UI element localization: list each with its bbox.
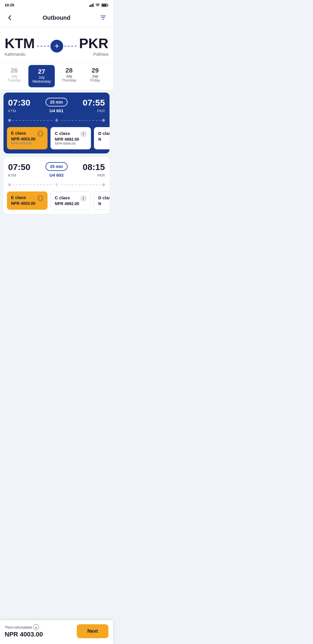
date-tab-2-day: 28 — [59, 67, 79, 74]
expand-button[interactable]: ▲ — [33, 624, 39, 630]
fare-c-0-name: C class — [55, 131, 79, 136]
filter-button[interactable] — [98, 12, 108, 23]
dot-left-0 — [8, 119, 11, 122]
date-tab-1[interactable]: 27 July Wednesday — [28, 65, 55, 87]
svg-rect-1 — [90, 5, 91, 7]
fare-d-1-name: D class — [98, 195, 110, 200]
svg-rect-0 — [89, 5, 90, 7]
date-tab-0-month: July — [4, 74, 24, 78]
date-tab-2-month: July — [59, 74, 79, 78]
next-button[interactable]: Next — [77, 624, 108, 638]
line-1 — [12, 184, 52, 185]
fare-c-0-price: NPR 4992.00 — [55, 137, 79, 142]
route-section: KTM Kathmandu ✈ PKR Pokhara — [0, 27, 113, 62]
date-tab-2[interactable]: 28 July Thursday — [56, 63, 82, 90]
flight-0-header: 07:30 KTM 25 min U4 601 07:55 PKR — [3, 93, 110, 116]
flight-1-arrive-time: 08:15 — [83, 162, 105, 172]
dot-left-1 — [8, 183, 11, 186]
fare-e-0-price: NPR 4003.00 — [11, 137, 35, 141]
header: Outbound — [0, 9, 113, 27]
date-tab-0-weekday: Tuesday — [4, 78, 24, 82]
non-refundable-label: *Non-refundable ▲ — [5, 624, 43, 630]
footer-price: NPR 4003.00 — [5, 631, 43, 638]
fare-c-1-info-btn[interactable]: i — [80, 195, 87, 202]
dest-code: PKR — [79, 35, 108, 51]
flight-1-arrive-airport: PKR — [83, 173, 105, 178]
fare-e-1-price: NPR 4003.00 — [11, 201, 35, 206]
dest-name: Pokhara — [79, 52, 108, 57]
wifi-icon — [95, 3, 100, 7]
date-tabs: 26 July Tuesday 27 July Wednesday 28 Jul… — [0, 62, 113, 90]
fare-d-1[interactable]: D class N — [94, 191, 110, 210]
date-tab-4-month: July — [111, 74, 113, 78]
status-icons — [89, 3, 108, 7]
flight-0-arrive: 07:55 PKR — [83, 98, 105, 113]
svg-rect-3 — [93, 3, 94, 7]
flight-1-arrive: 08:15 PKR — [83, 162, 105, 178]
flight-0-center: 25 min U4 601 — [46, 98, 68, 113]
fare-c-0[interactable]: C class NPR 4992.00 NPR 5085.00 i — [50, 127, 91, 149]
fare-c-0-row: C class NPR 4992.00 NPR 5085.00 i — [55, 131, 87, 146]
fare-e-0-row: E class NPR 4003.00 NPR 4100.00 i — [11, 131, 43, 145]
date-tab-4[interactable]: 30 July Saturday — [108, 63, 113, 90]
date-tab-1-month: July — [32, 75, 51, 79]
flight-0-fare-classes: E class NPR 4003.00 NPR 4100.00 i C clas… — [3, 127, 110, 153]
flight-0-depart: 07:30 KTM — [8, 98, 30, 113]
flight-1-depart-time: 07:50 — [8, 162, 30, 172]
flight-0-arrive-time: 07:55 — [83, 98, 105, 108]
svg-rect-5 — [108, 4, 108, 6]
dot-right-1 — [102, 183, 105, 186]
route-line: ✈ — [37, 40, 77, 53]
fare-e-1-name: E class — [11, 195, 35, 200]
fare-d-0-price: N — [98, 137, 110, 142]
fare-e-0-name: E class — [11, 131, 35, 135]
page-title: Outbound — [43, 15, 70, 21]
flight-0-code: U4 601 — [46, 108, 68, 113]
flights-container: 07:30 KTM 25 min U4 601 07:55 PKR ✈ — [0, 90, 113, 220]
date-tab-3-day: 29 — [85, 67, 105, 74]
origin-info: KTM Kathmandu — [5, 35, 35, 57]
fare-d-0[interactable]: D class N — [94, 127, 110, 149]
flight-1-code: U4 603 — [46, 173, 68, 178]
svg-rect-2 — [92, 4, 92, 7]
line-0b — [61, 120, 101, 121]
fare-d-1-price: N — [98, 201, 110, 206]
date-tab-3[interactable]: 29 July Friday — [82, 63, 108, 90]
fare-e-1-info-btn[interactable]: i — [37, 195, 43, 201]
fare-c-0-original: NPR 5085.00 — [55, 142, 79, 146]
bottom-spacer — [0, 220, 113, 246]
fare-c-1-price: NPR 4992.00 — [55, 201, 79, 206]
battery-icon — [101, 3, 108, 7]
date-tab-3-weekday: Friday — [85, 78, 105, 82]
date-tab-0-day: 26 — [4, 67, 24, 74]
date-tab-1-day: 27 — [32, 68, 51, 75]
fare-e-1-info: E class NPR 4003.00 — [11, 195, 35, 206]
flight-card-0[interactable]: 07:30 KTM 25 min U4 601 07:55 PKR ✈ — [3, 93, 110, 153]
line-1b — [61, 184, 101, 185]
date-tab-0[interactable]: 26 July Tuesday — [1, 63, 27, 90]
fare-e-0-info-btn[interactable]: i — [37, 131, 43, 137]
fare-c-1[interactable]: C class NPR 4992.00 i — [50, 191, 91, 210]
flight-0-route-line: ✈ — [3, 116, 110, 127]
dot-right-0 — [102, 119, 105, 122]
route-middle: ✈ — [37, 40, 77, 53]
flight-1-route-line: ✈ — [3, 180, 110, 191]
fare-e-1-row: E class NPR 4003.00 i — [11, 195, 43, 206]
fare-c-0-info-btn[interactable]: i — [80, 131, 87, 137]
flight-card-1[interactable]: 07:50 KTM 25 min U4 603 08:15 PKR ✈ — [3, 157, 110, 214]
flight-1-depart-airport: KTM — [8, 173, 30, 178]
fare-e-0[interactable]: E class NPR 4003.00 NPR 4100.00 i — [7, 127, 48, 149]
back-button[interactable] — [5, 12, 15, 23]
footer: *Non-refundable ▲ NPR 4003.00 Next — [0, 620, 113, 644]
date-tab-3-month: July — [85, 74, 105, 78]
fare-c-0-info: C class NPR 4992.00 NPR 5085.00 — [55, 131, 79, 146]
status-bar: 10:25 — [0, 0, 113, 9]
fare-c-1-name: C class — [55, 195, 79, 200]
fare-e-1[interactable]: E class NPR 4003.00 i — [7, 191, 48, 210]
line-0 — [12, 120, 52, 121]
dash-left — [37, 46, 49, 46]
dash-right — [64, 46, 77, 46]
date-tab-1-weekday: Wednesday — [32, 79, 51, 84]
plane-0: ✈ — [54, 117, 59, 124]
flight-0-duration: 25 min — [46, 98, 68, 106]
